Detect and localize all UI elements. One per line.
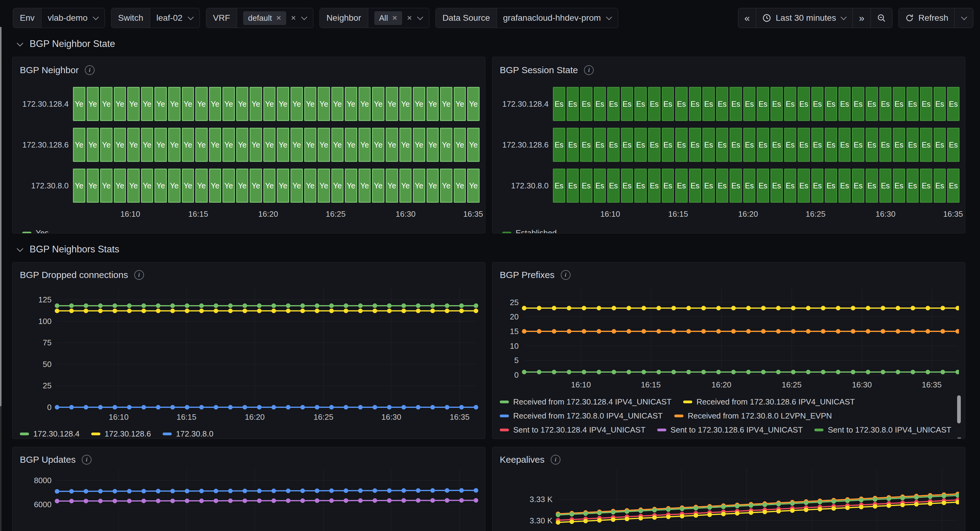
state-cell[interactable]: Es [743,168,756,203]
chart-canvas[interactable]: 3.30 K3.33 K [500,469,959,531]
section-bgp-neighbor-state[interactable]: BGP Neighbor State [18,38,980,49]
state-cell[interactable]: Es [784,168,797,203]
state-cell[interactable]: Es [934,128,946,162]
state-cell[interactable]: Ye [195,128,208,162]
panel-header[interactable]: BGP Updates i [20,453,478,466]
legend-item[interactable]: 172.30.128.6 [91,429,151,439]
chart-canvas[interactable]: 60008000 [20,469,479,531]
state-cell[interactable]: Es [730,168,742,203]
state-cell[interactable]: Es [607,168,620,203]
state-cell[interactable]: Es [553,128,565,162]
state-cell[interactable]: Es [648,168,660,203]
state-cell[interactable]: Ye [182,128,194,162]
info-icon[interactable]: i [561,270,571,280]
state-cell[interactable]: Ye [236,87,249,121]
state-cell[interactable]: Es [607,87,620,121]
state-cell[interactable]: Es [702,128,715,162]
state-cell[interactable]: Es [947,87,959,121]
legend-scrollbar-thumb[interactable] [957,395,961,423]
state-cell[interactable]: Ye [386,128,398,162]
state-cell[interactable]: Es [920,87,932,121]
neighbor-chip-all[interactable]: All × [374,11,402,25]
state-cell[interactable]: Es [743,87,756,121]
state-cell[interactable]: Ye [127,168,140,203]
state-cell[interactable]: Ye [426,128,439,162]
state-cell[interactable]: Ye [290,128,303,162]
state-cell[interactable]: Ye [87,168,99,203]
state-cell[interactable]: Ye [141,87,153,121]
state-cell[interactable]: Ye [467,87,480,121]
state-cell[interactable]: Es [743,128,756,162]
state-cell[interactable]: Es [730,87,742,121]
state-cell[interactable]: Ye [440,128,452,162]
state-cell[interactable]: Es [594,168,606,203]
legend-item[interactable]: 172.30.8.0 [162,429,213,439]
state-cell[interactable]: Es [580,168,592,203]
state-cell[interactable]: Ye [399,87,412,121]
state-cell[interactable]: Ye [100,168,113,203]
legend-item[interactable]: Sent to 172.30.8.0 IPV4_UNICAST [815,425,951,435]
legend-item[interactable]: Received from 172.30.8.0 L2VPN_EVPN [674,411,832,421]
legend-item[interactable]: Received from 172.30.128.4 IPV4_UNICAST [500,397,671,407]
state-cell[interactable]: Ye [454,168,466,203]
state-cell[interactable]: Ye [413,87,425,121]
state-cell[interactable]: Es [852,128,864,162]
state-cell[interactable]: Es [553,168,565,203]
state-cell[interactable]: Es [621,87,633,121]
state-cell[interactable]: Ye [318,87,330,121]
state-cell[interactable]: Ye [127,87,140,121]
panel-header[interactable]: BGP Neighbor i [20,64,480,76]
state-cell[interactable]: Es [553,87,565,121]
info-icon[interactable]: i [82,455,92,464]
state-cell[interactable]: Ye [318,168,330,203]
zoom-out-button[interactable] [870,8,892,28]
state-cell[interactable]: Ye [236,168,249,203]
state-cell[interactable]: Es [852,168,864,203]
state-cell[interactable]: Ye [304,128,317,162]
state-cell[interactable]: Es [920,168,932,203]
state-cell[interactable]: Ye [223,168,235,203]
state-cell[interactable]: Ye [87,87,99,121]
state-cell[interactable]: Es [675,128,688,162]
chart-canvas[interactable]: 16:1016:1516:2016:2516:3016:350510152025 [500,284,959,390]
state-cell[interactable]: Es [893,87,905,121]
state-cell[interactable]: Ye [209,87,221,121]
state-cell[interactable]: Es [852,87,864,121]
info-icon[interactable]: i [551,455,560,464]
state-cell[interactable]: Es [634,128,647,162]
state-cell[interactable]: Es [662,168,674,203]
state-cell[interactable]: Ye [440,168,452,203]
state-cell[interactable]: Ye [209,128,221,162]
time-shift-forward-button[interactable]: » [853,8,870,28]
state-cell[interactable]: Ye [345,168,357,203]
state-cell[interactable]: Es [947,128,959,162]
state-cell[interactable]: Ye [440,87,452,121]
clear-selection-icon[interactable]: × [291,14,296,22]
state-cell[interactable]: Es [770,128,783,162]
state-cell[interactable]: Ye [168,168,181,203]
state-cell[interactable]: Es [730,128,742,162]
state-cell[interactable]: Es [825,128,837,162]
page-scrollbar-thumb[interactable] [0,27,2,406]
state-cell[interactable]: Es [675,168,688,203]
state-cell[interactable]: Es [662,87,674,121]
state-cell[interactable]: Ye [263,87,276,121]
state-cell[interactable]: Ye [250,87,262,121]
info-icon[interactable]: i [584,65,594,75]
state-cell[interactable]: Es [934,168,946,203]
state-cell[interactable]: Es [566,128,579,162]
panel-header[interactable]: BGP Session State i [500,64,959,76]
state-cell[interactable]: Es [621,128,633,162]
state-cell[interactable]: Es [825,87,837,121]
state-cell[interactable]: Ye [399,128,412,162]
state-cell[interactable]: Ye [195,87,208,121]
state-cell[interactable]: Ye [318,128,330,162]
state-cell[interactable]: Ye [386,87,398,121]
state-cell[interactable]: Es [634,168,647,203]
state-cell[interactable]: Ye [467,128,480,162]
state-cell[interactable]: Ye [277,168,289,203]
state-cell[interactable]: Ye [223,87,235,121]
state-cell[interactable]: Ye [223,128,235,162]
state-cell[interactable]: Ye [141,168,153,203]
state-cell[interactable]: Ye [454,128,466,162]
